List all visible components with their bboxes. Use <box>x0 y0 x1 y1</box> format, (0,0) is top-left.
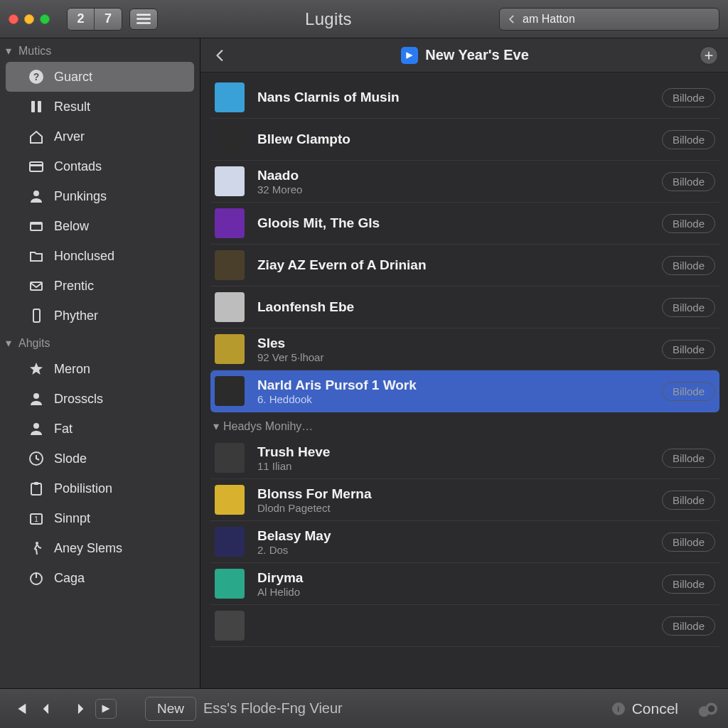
track-row[interactable]: Bllew ClamptoBillode <box>210 119 719 161</box>
sidebar-item-pobilistion[interactable]: Pobilistion <box>0 473 200 503</box>
new-button[interactable]: New <box>145 697 196 721</box>
track-action-button[interactable]: Billode <box>662 130 715 149</box>
track-row[interactable]: DirymaAl HelidoBillode <box>210 563 719 605</box>
sidebar-item-punkings[interactable]: Punkings <box>0 181 200 211</box>
track-action-button[interactable]: Billode <box>662 382 715 401</box>
sidebar-item-drosscls[interactable]: Drosscls <box>0 384 200 414</box>
back-button[interactable] <box>210 46 230 65</box>
track-action-button[interactable]: Billode <box>662 616 715 636</box>
sidebar-item-below[interactable]: Below <box>0 211 200 241</box>
star-icon <box>28 361 44 377</box>
sidebar-item-contads[interactable]: Contads <box>0 151 200 181</box>
track-row[interactable]: Ziay AZ Evern of A DrinianBillode <box>210 245 719 287</box>
track-action-button[interactable]: Billode <box>662 298 715 317</box>
album-art <box>215 166 245 196</box>
phone-icon <box>28 308 44 323</box>
sidebar-section-label: Mutics <box>18 45 51 58</box>
track-row[interactable]: Sles92 Ver 5·lhoarBillode <box>210 328 719 370</box>
add-button[interactable] <box>700 46 718 65</box>
track-action-button[interactable]: Billode <box>662 172 715 191</box>
track-action-button[interactable]: Billode <box>662 256 715 275</box>
track-row[interactable]: Belasy May2. DosBillode <box>210 521 719 563</box>
sidebar-item-label: Meron <box>54 362 90 377</box>
minimize-window-button[interactable] <box>24 14 34 24</box>
view-segmented-control: 2 7 <box>67 8 122 31</box>
track-row[interactable]: Billode <box>210 605 719 647</box>
track-action-button[interactable]: Billode <box>662 340 715 359</box>
next-icon <box>70 701 85 717</box>
zoom-window-button[interactable] <box>40 14 50 24</box>
track-row[interactable]: Gloois Mit, The GlsBillode <box>210 203 719 245</box>
sidebar-item-label: Drosscls <box>54 392 103 407</box>
sidebar-item-aney slems[interactable]: Aney Slems <box>0 533 200 563</box>
sidebar-item-sinnpt[interactable]: 1Sinnpt <box>0 503 200 533</box>
sidebar-item-guarct[interactable]: ?Guarct <box>6 62 194 92</box>
track-subtitle: Dlodn Pagetect <box>257 502 649 514</box>
track-title: Ziay AZ Evern of A Drinian <box>257 257 649 273</box>
svg-point-15 <box>33 423 39 429</box>
album-art <box>215 292 245 322</box>
track-row[interactable]: Narld Aris Pursof 1 Work6. HeddookBillod… <box>210 370 719 412</box>
album-art <box>215 485 245 515</box>
track-section-header[interactable]: ▾Headys Monihy… <box>210 412 719 437</box>
track-title: Trush Heve <box>257 444 649 460</box>
search-field[interactable] <box>499 8 719 31</box>
close-window-button[interactable] <box>9 14 18 24</box>
segment-left[interactable]: 2 <box>68 9 95 30</box>
question-icon: ? <box>28 69 44 85</box>
skip-back-button[interactable] <box>10 698 31 719</box>
segment-right[interactable]: 7 <box>95 9 122 30</box>
sync-icon[interactable] <box>697 698 718 719</box>
svg-point-25 <box>708 705 714 712</box>
track-subtitle: 92 Ver 5·lhoar <box>257 351 649 363</box>
clip-icon <box>28 481 44 496</box>
sidebar-item-fat[interactable]: Fat <box>0 414 200 444</box>
sidebar-item-arver[interactable]: Arver <box>0 122 200 151</box>
track-row[interactable]: Naado32 MoreoBillode <box>210 161 719 203</box>
sidebar-item-meron[interactable]: Meron <box>0 354 200 384</box>
sidebar-item-label: Honclused <box>54 249 114 264</box>
search-input[interactable] <box>523 13 712 26</box>
svg-rect-2 <box>136 22 151 24</box>
svg-rect-1 <box>136 18 151 19</box>
track-list[interactable]: Nans Clarnis of MusinBillodeBllew Clampt… <box>200 73 728 688</box>
clock-icon <box>28 451 44 466</box>
sidebar-item-prentic[interactable]: Prentic <box>0 271 200 301</box>
sidebar-item-slode[interactable]: Slode <box>0 444 200 473</box>
track-row[interactable]: Blonss For MernaDlodn PagetectBillode <box>210 479 719 521</box>
track-row[interactable]: Trush Heve11 IlianBillode <box>210 437 719 479</box>
track-row[interactable]: Nans Clarnis of MusinBillode <box>210 77 719 119</box>
chevron-left-icon <box>507 14 517 24</box>
track-section-label: Headys Monihy… <box>223 420 313 433</box>
track-action-button[interactable]: Billode <box>662 574 715 594</box>
track-action-button[interactable]: Billode <box>662 88 715 107</box>
sidebar-item-phyther[interactable]: Phyther <box>0 301 200 331</box>
sidebar-section-header[interactable]: ▾Ahgits <box>0 331 200 354</box>
cancel-button[interactable]: Concel <box>632 700 678 717</box>
track-title: Gloois Mit, The Gls <box>257 215 649 231</box>
sidebar-section-header[interactable]: ▾Mutics <box>0 38 200 62</box>
track-action-button[interactable]: Billode <box>662 214 715 233</box>
sidebar-item-honclused[interactable]: Honclused <box>0 241 200 271</box>
svg-point-21 <box>36 542 38 545</box>
track-title: Sles <box>257 336 649 351</box>
track-row[interactable]: Laonfensh EbeBillode <box>210 287 719 328</box>
cal-icon: 1 <box>28 510 44 526</box>
track-action-button[interactable]: Billode <box>662 491 715 510</box>
sidebar-item-label: Aney Slems <box>54 541 122 556</box>
sidebar-item-caga[interactable]: Caga <box>0 563 200 593</box>
skip-back-icon <box>13 701 28 717</box>
sidebar-item-result[interactable]: Result <box>0 92 200 122</box>
track-subtitle: 32 Moreo <box>257 183 649 196</box>
track-title: Nans Clarnis of Musin <box>257 90 649 105</box>
track-action-button[interactable]: Billode <box>662 532 715 552</box>
svg-point-9 <box>33 191 39 196</box>
menu-button[interactable] <box>129 9 158 30</box>
card-icon <box>28 159 44 174</box>
next-button[interactable] <box>67 698 88 719</box>
playlist-button[interactable] <box>95 698 117 719</box>
info-icon[interactable]: i <box>612 702 625 715</box>
svg-rect-11 <box>31 223 42 225</box>
track-action-button[interactable]: Billode <box>662 449 715 468</box>
prev-button[interactable] <box>38 698 60 719</box>
